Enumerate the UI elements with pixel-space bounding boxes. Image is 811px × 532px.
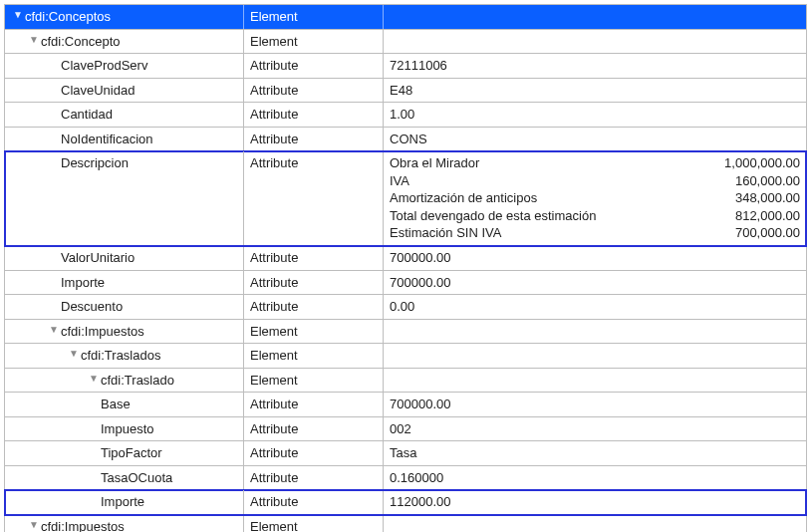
tree-cell-type: Attribute (244, 441, 384, 465)
node-name: ClaveProdServ (61, 57, 147, 75)
node-name: cfdi:Traslado (101, 372, 174, 390)
tree-cell-name[interactable]: ▼TasaOCuota (5, 466, 244, 490)
tree-cell-name[interactable]: ▼Importe (5, 271, 244, 295)
node-name: Cantidad (61, 106, 113, 124)
node-name: TasaOCuota (101, 469, 172, 487)
tree-cell-value (384, 344, 806, 368)
node-value: 700000.00 (390, 396, 450, 413)
node-name: Impuesto (101, 420, 153, 438)
tree-row-descuento[interactable]: ▼DescuentoAttribute0.00 (5, 295, 806, 320)
chevron-down-icon[interactable]: ▼ (13, 8, 23, 21)
node-name: Descuento (61, 298, 123, 316)
tree-row-descripcion[interactable]: ▼DescripcionAttributeObra el Mirador1,00… (5, 151, 806, 246)
tree-row-noidentificacion[interactable]: ▼NoIdentificacionAttributeCONS (5, 128, 806, 152)
description-value: 160,000.00 (690, 172, 800, 190)
node-value: 1.00 (390, 106, 414, 124)
tree-cell-value (384, 320, 806, 344)
description-value: 1,000,000.00 (690, 154, 800, 172)
description-key: Amortización de anticipos (390, 189, 537, 207)
node-value: 002 (390, 420, 411, 438)
tree-cell-value: 0.160000 (384, 466, 806, 490)
tree-cell-type: Attribute (244, 246, 384, 270)
tree-cell-name[interactable]: ▼Base (5, 393, 244, 416)
tree-cell-name[interactable]: ▼ValorUnitario (5, 246, 244, 270)
chevron-down-icon[interactable]: ▼ (89, 372, 99, 385)
tree-cell-type: Attribute (244, 271, 384, 295)
description-key: Estimación SIN IVA (390, 224, 501, 242)
node-type: Attribute (250, 57, 298, 75)
node-name: ClaveUnidad (61, 82, 135, 100)
tree-row-claveprodserv[interactable]: ▼ClaveProdServAttribute72111006 (5, 54, 806, 79)
tree-cell-value: 700000.00 (384, 271, 806, 295)
chevron-down-icon[interactable]: ▼ (69, 347, 79, 360)
tree-cell-value: 002 (384, 417, 806, 441)
tree-cell-name[interactable]: ▼cfdi:Conceptos (5, 5, 244, 29)
node-type: Element (250, 518, 298, 532)
tree-row-valorunitario[interactable]: ▼ValorUnitarioAttribute700000.00 (5, 246, 806, 271)
tree-row-imp_concepto[interactable]: ▼cfdi:ImpuestosElement (5, 320, 806, 345)
tree-cell-name[interactable]: ▼cfdi:Impuestos (5, 515, 244, 532)
node-type: Attribute (250, 154, 298, 172)
tree-cell-name[interactable]: ▼Descuento (5, 295, 244, 319)
tree-row-claveunidad[interactable]: ▼ClaveUnidadAttributeE48 (5, 79, 806, 104)
tree-cell-value: CONS (384, 128, 806, 151)
node-value: 72111006 (390, 57, 447, 75)
tree-cell-name[interactable]: ▼cfdi:Traslado (5, 369, 244, 393)
tree-cell-value: 700000.00 (384, 393, 806, 416)
tree-row-base[interactable]: ▼BaseAttribute700000.00 (5, 393, 806, 417)
node-type: Element (250, 33, 298, 51)
node-type: Attribute (250, 444, 298, 462)
tree-cell-name[interactable]: ▼Impuesto (5, 417, 244, 441)
tree-cell-type: Attribute (244, 79, 384, 103)
tree-row-traslado[interactable]: ▼cfdi:TrasladoElement (5, 369, 806, 394)
tree-cell-name[interactable]: ▼Descripcion (5, 151, 244, 245)
tree-cell-name[interactable]: ▼TipoFactor (5, 441, 244, 465)
description-value: 812,000.00 (690, 207, 800, 225)
xml-tree-table[interactable]: ▼cfdi:ConceptosElement▼cfdi:ConceptoElem… (4, 4, 807, 532)
tree-cell-type: Attribute (244, 466, 384, 490)
chevron-down-icon[interactable]: ▼ (29, 33, 39, 46)
tree-cell-value: Tasa (384, 441, 806, 465)
tree-cell-value: 1.00 (384, 103, 806, 127)
tree-row-tipofactor[interactable]: ▼TipoFactorAttributeTasa (5, 441, 806, 466)
node-name: ValorUnitario (61, 249, 135, 267)
tree-row-concepto[interactable]: ▼cfdi:ConceptoElement (5, 30, 806, 55)
node-type: Attribute (250, 493, 298, 511)
tree-cell-name[interactable]: ▼Importe (5, 490, 244, 514)
tree-row-conceptos[interactable]: ▼cfdi:ConceptosElement (5, 5, 806, 30)
description-line: Estimación SIN IVA700,000.00 (390, 224, 800, 242)
tree-cell-name[interactable]: ▼ClaveUnidad (5, 79, 244, 103)
tree-cell-value (384, 5, 806, 29)
tree-cell-name[interactable]: ▼ClaveProdServ (5, 54, 244, 78)
chevron-down-icon[interactable]: ▼ (49, 323, 59, 336)
tree-cell-type: Element (244, 5, 384, 29)
tree-cell-type: Attribute (244, 151, 384, 245)
tree-cell-name[interactable]: ▼Cantidad (5, 103, 244, 127)
tree-cell-name[interactable]: ▼cfdi:Impuestos (5, 320, 244, 344)
description-key: IVA (390, 172, 409, 190)
tree-cell-type: Attribute (244, 128, 384, 151)
tree-cell-name[interactable]: ▼cfdi:Traslados (5, 344, 244, 368)
tree-row-importe_traslado[interactable]: ▼ImporteAttribute112000.00 (5, 490, 806, 515)
node-type: Attribute (250, 298, 298, 316)
tree-row-tasaocuota[interactable]: ▼TasaOCuotaAttribute0.160000 (5, 466, 806, 491)
tree-row-traslados_concepto[interactable]: ▼cfdi:TrasladosElement (5, 344, 806, 369)
description-block: Obra el Mirador1,000,000.00IVA160,000.00… (390, 154, 800, 242)
tree-row-impuesto[interactable]: ▼ImpuestoAttribute002 (5, 417, 806, 442)
node-name: cfdi:Conceptos (25, 8, 111, 26)
node-name: Base (101, 396, 131, 413)
tree-cell-type: Attribute (244, 54, 384, 78)
tree-row-imp_root[interactable]: ▼cfdi:ImpuestosElement (5, 515, 806, 532)
description-line: Obra el Mirador1,000,000.00 (390, 154, 800, 172)
node-type: Element (250, 347, 298, 365)
tree-cell-type: Element (244, 515, 384, 532)
tree-cell-name[interactable]: ▼NoIdentificacion (5, 128, 244, 151)
tree-row-cantidad[interactable]: ▼CantidadAttribute1.00 (5, 103, 806, 128)
chevron-down-icon[interactable]: ▼ (29, 518, 39, 531)
tree-row-importe_concepto[interactable]: ▼ImporteAttribute700000.00 (5, 271, 806, 296)
description-key: Total devengado de esta estimación (390, 207, 596, 225)
tree-cell-name[interactable]: ▼cfdi:Concepto (5, 30, 244, 54)
tree-cell-value: 0.00 (384, 295, 806, 319)
tree-cell-type: Attribute (244, 295, 384, 319)
node-type: Attribute (250, 82, 298, 100)
